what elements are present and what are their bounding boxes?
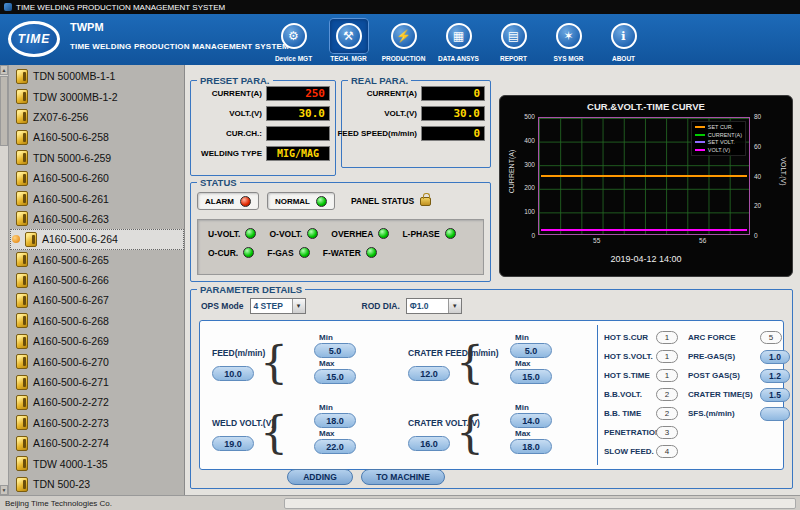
brace-decoration — [456, 407, 484, 460]
feed-min-value[interactable]: 5.0 — [314, 343, 356, 358]
indicator-panel: U-VOLT. O-VOLT. OVERHEA L-PHASE O-CUR. F… — [197, 219, 484, 275]
tick: 200 — [524, 184, 535, 191]
device-item[interactable]: A160-500-6-269 — [10, 331, 184, 351]
nav-tech-mgr[interactable]: TECH. MGR — [321, 16, 376, 62]
device-icon — [16, 334, 28, 349]
panel-status-label: PANEL STATUS — [351, 196, 414, 206]
device-label: TDN 500-23 — [33, 478, 90, 490]
pre-gas-label: PRE-GAS(S) — [688, 352, 760, 361]
device-item[interactable]: TDN 5000-6-259 — [10, 148, 184, 168]
legend-swatch — [695, 134, 705, 136]
weld-volt-value[interactable]: 19.0 — [212, 436, 254, 451]
alarm-led-icon — [240, 196, 251, 207]
crater-time-value[interactable]: 1.5 — [760, 388, 790, 402]
nav-label: PRODUCTION — [382, 55, 426, 62]
device-item[interactable]: TDN 500-23 — [10, 474, 184, 494]
device-item[interactable]: TDN 5000MB-1-1 — [10, 66, 184, 86]
device-item[interactable]: ZX07-6-256 — [10, 107, 184, 127]
nav-data-ansys[interactable]: DATA ANSYS — [431, 16, 486, 62]
crater-feed-min-value[interactable]: 5.0 — [510, 343, 552, 358]
legend-swatch — [695, 126, 705, 128]
device-icon — [16, 211, 28, 226]
adding-button[interactable]: ADDING — [287, 469, 353, 485]
crater-feed-max-value[interactable]: 15.0 — [510, 369, 552, 384]
device-item[interactable]: A160-500-6-267 — [10, 290, 184, 310]
scroll-up-icon[interactable]: ▲ — [0, 65, 8, 75]
sfs-value[interactable] — [760, 407, 790, 421]
device-list: TDN 5000MB-1-1 TDW 3000MB-1-2 ZX07-6-256… — [10, 66, 184, 495]
device-item[interactable]: A160-500-2-273 — [10, 413, 184, 433]
chevron-down-icon[interactable] — [292, 299, 305, 313]
nav-sys-mgr[interactable]: SYS MGR — [541, 16, 596, 62]
nav-label: TECH. MGR — [330, 55, 366, 62]
pre-gas-value[interactable]: 1.0 — [760, 350, 790, 364]
window-title: TIME WELDING PRODUCTION MANAGEMENT SYSTE… — [16, 3, 225, 12]
brace-decoration — [456, 337, 484, 390]
rod-dia-select[interactable]: Φ1.0 — [406, 298, 462, 314]
device-label: A160-500-6-260 — [33, 172, 109, 184]
scroll-down-icon[interactable]: ▼ — [0, 485, 8, 495]
device-item[interactable]: A160-500-6-258 — [10, 127, 184, 147]
arc-force-value: 5 — [760, 331, 782, 344]
device-item[interactable]: A160-500-6-271 — [10, 372, 184, 392]
nav-device-mgt[interactable]: Device MGT — [266, 16, 321, 62]
device-item[interactable]: A160-500-6-270 — [10, 351, 184, 371]
post-gas-label: POST GAS(S) — [688, 371, 760, 380]
device-item[interactable]: A160-500-6-266 — [10, 270, 184, 290]
device-icon — [16, 477, 28, 492]
to-machine-button[interactable]: TO MACHINE — [361, 469, 445, 485]
bb-volt-value: 2 — [656, 388, 678, 401]
status-top-row: ALARM NORMAL PANEL STATUS — [197, 192, 484, 210]
device-item[interactable]: A160-500-2-274 — [10, 433, 184, 453]
weld-volt-max-value[interactable]: 22.0 — [314, 439, 356, 454]
post-gas-value[interactable]: 1.2 — [760, 369, 790, 383]
crater-volt-min-value[interactable]: 14.0 — [510, 413, 552, 428]
bb-time-value: 2 — [656, 407, 678, 420]
device-item[interactable]: TDW 4000-1-35 — [10, 453, 184, 473]
device-item[interactable]: TDW 3000MB-1-2 — [10, 86, 184, 106]
device-item[interactable]: A160-500-6-263 — [10, 209, 184, 229]
weld-volt-min-value[interactable]: 18.0 — [314, 413, 356, 428]
crater-volt-value[interactable]: 16.0 — [408, 436, 450, 451]
feed-max-value[interactable]: 15.0 — [314, 369, 356, 384]
tick: 56 — [699, 237, 706, 244]
crater-feed-value[interactable]: 12.0 — [408, 366, 450, 381]
real-feed-value: 0 — [421, 126, 485, 141]
indicator-row: U-VOLT. O-VOLT. OVERHEA L-PHASE — [208, 228, 483, 239]
nav-report[interactable]: REPORT — [486, 16, 541, 62]
scroll-thumb[interactable] — [0, 76, 8, 146]
sidebar-scrollbar[interactable]: ▲ ▼ — [0, 65, 9, 495]
real-volt-value: 30.0 — [421, 106, 485, 121]
chart-legend: SET CUR. CURRENT(A) SET VOLT. VOLT.(V) — [691, 121, 746, 156]
device-item[interactable]: A160-500-2-272 — [10, 392, 184, 412]
device-item[interactable]: A160-500-6-268 — [10, 311, 184, 331]
device-item[interactable]: A160-500-6-265 — [10, 250, 184, 270]
feed-spinner-group: FEED(m/min) 10.0 Min 5.0 Max 15.0 — [212, 333, 397, 399]
device-label: A160-500-2-272 — [33, 396, 109, 408]
device-item[interactable]: A160-500-6-261 — [10, 188, 184, 208]
chart-right-axis-label: VOLT.(V) — [780, 137, 787, 207]
legend-label: SET CUR. — [708, 124, 734, 130]
parameter-details-title: PARAMETER DETAILS — [197, 284, 305, 295]
tick: 100 — [524, 208, 535, 215]
max-label: Max — [515, 429, 531, 438]
device-icon — [16, 69, 28, 84]
ops-mode-select[interactable]: 4 STEP — [250, 298, 306, 314]
right-params: HOT S.CUR 1 ARC FORCE 5 HOT S.VOLT. 1 PR… — [604, 328, 779, 461]
tick: 400 — [524, 137, 535, 144]
indicator-label: O-VOLT. — [269, 229, 302, 239]
app-name: TIME WELDING PRODUCTION MANAGEMENT SYSTE… — [70, 42, 289, 51]
nav-production[interactable]: PRODUCTION — [376, 16, 431, 62]
chevron-down-icon[interactable] — [448, 299, 461, 313]
param-row: B.B.VOLT. 2 CRATER TIME(S) 1.5 — [604, 385, 779, 404]
chart-left-axis-label: CURRENT(A) — [508, 137, 515, 207]
hot-s-volt-label: HOT S.VOLT. — [604, 352, 656, 361]
device-item[interactable]: A160-500-6-260 — [10, 168, 184, 188]
device-item-selected[interactable]: A160-500-6-264 — [10, 229, 184, 249]
arc-force-label: ARC FORCE — [688, 333, 760, 342]
max-label: Max — [515, 359, 531, 368]
nav-about[interactable]: ABOUT — [596, 16, 651, 62]
crater-volt-max-value[interactable]: 18.0 — [510, 439, 552, 454]
device-icon — [16, 89, 28, 104]
feed-value[interactable]: 10.0 — [212, 366, 254, 381]
